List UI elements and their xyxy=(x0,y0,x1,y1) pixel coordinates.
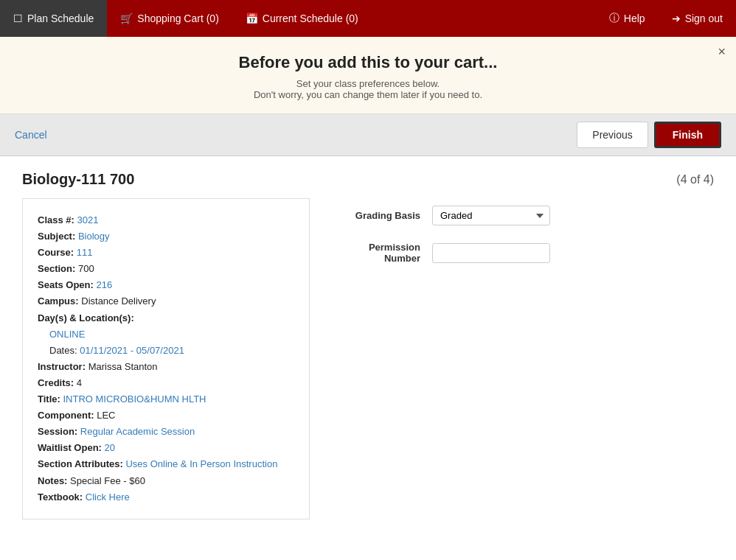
textbook-row: Textbook: Click Here xyxy=(38,489,294,505)
permission-number-label: Permission Number xyxy=(332,242,420,264)
class-number-value[interactable]: 3021 xyxy=(77,214,99,225)
signout-label: Sign out xyxy=(685,13,723,24)
class-title: Biology-111 700 xyxy=(22,171,134,188)
grading-basis-label: Grading Basis xyxy=(332,210,420,221)
content-row: Class #: 3021 Subject: Biology Course: 1… xyxy=(22,198,714,519)
section-row: Section: 700 xyxy=(38,261,294,277)
permission-number-input[interactable] xyxy=(432,243,550,263)
modal-title: Before you add this to your cart... xyxy=(15,53,721,72)
instructor-label: Instructor: xyxy=(38,361,86,372)
subject-row: Subject: Biology xyxy=(38,228,294,245)
class-number-row: Class #: 3021 xyxy=(38,212,294,228)
subject-label: Subject: xyxy=(38,231,75,242)
nav-right-group: ⓘ Help ➔ Sign out xyxy=(596,0,736,37)
class-detail-card: Class #: 3021 Subject: Biology Course: 1… xyxy=(22,198,310,519)
dates-value[interactable]: 01/11/2021 - 05/07/2021 xyxy=(80,345,184,356)
waitlist-label: Waitlist Open: xyxy=(38,442,102,453)
online-value[interactable]: ONLINE xyxy=(49,329,85,340)
top-navigation: ☐ Plan Schedule 🛒 Shopping Cart (0) 📅 Cu… xyxy=(0,0,736,37)
right-panel: Grading Basis Graded Pass/No Pass Audit … xyxy=(332,198,714,280)
modal-header: × Before you add this to your cart... Se… xyxy=(0,37,736,114)
current-schedule-label: Current Schedule (0) xyxy=(263,13,358,24)
grading-basis-row: Grading Basis Graded Pass/No Pass Audit xyxy=(332,206,714,225)
plan-schedule-icon: ☐ xyxy=(13,13,23,24)
dates-row: Dates: 01/11/2021 - 05/07/2021 xyxy=(38,343,294,359)
section-attr-label: Section Attributes: xyxy=(38,458,123,469)
signout-icon: ➔ xyxy=(672,13,681,24)
cancel-button[interactable]: Cancel xyxy=(15,129,47,141)
finish-button[interactable]: Finish xyxy=(654,122,721,148)
section-attr-value[interactable]: Uses Online & In Person Instruction xyxy=(125,458,277,469)
main-content: Biology-111 700 (4 of 4) Class #: 3021 S… xyxy=(0,156,736,534)
instructor-row: Instructor: Marissa Stanton xyxy=(38,359,294,375)
title-label: Title: xyxy=(38,393,60,405)
session-row: Session: Regular Academic Session xyxy=(38,424,294,440)
shopping-cart-nav[interactable]: 🛒 Shopping Cart (0) xyxy=(107,0,232,37)
shopping-cart-label: Shopping Cart (0) xyxy=(137,13,219,24)
plan-schedule-nav[interactable]: ☐ Plan Schedule xyxy=(0,0,107,37)
help-icon: ⓘ xyxy=(609,12,619,25)
signout-nav[interactable]: ➔ Sign out xyxy=(659,0,736,37)
session-value[interactable]: Regular Academic Session xyxy=(80,426,195,437)
close-button[interactable]: × xyxy=(718,44,726,60)
component-row: Component: LEC xyxy=(38,407,294,424)
help-nav[interactable]: ⓘ Help xyxy=(596,0,659,37)
waitlist-value[interactable]: 20 xyxy=(105,442,115,453)
subject-value[interactable]: Biology xyxy=(78,231,110,242)
credits-row: Credits: 4 xyxy=(38,375,294,391)
textbook-link[interactable]: Click Here xyxy=(86,491,130,503)
section-attr-row: Section Attributes: Uses Online & In Per… xyxy=(38,456,294,472)
button-group-right: Previous Finish xyxy=(577,122,721,148)
title-row: Title: INTRO MICROBIO&HUMN HLTH xyxy=(38,391,294,407)
previous-button[interactable]: Previous xyxy=(577,122,648,148)
class-header: Biology-111 700 (4 of 4) xyxy=(22,171,714,188)
online-row: ONLINE xyxy=(38,326,294,343)
session-label: Session: xyxy=(38,426,77,437)
seats-open-label: Seats Open: xyxy=(38,279,94,290)
action-bar: Cancel Previous Finish xyxy=(0,114,736,156)
credits-value: 4 xyxy=(77,377,82,388)
calendar-icon: 📅 xyxy=(246,13,258,24)
waitlist-row: Waitlist Open: 20 xyxy=(38,440,294,456)
days-location-row: Day(s) & Location(s): xyxy=(38,310,294,326)
modal-subtitle1: Set your class preferences below. xyxy=(15,78,721,89)
days-location-label: Day(s) & Location(s): xyxy=(38,312,134,323)
modal-subtitle2: Don't worry, you can change them later i… xyxy=(15,89,721,100)
textbook-label: Textbook: xyxy=(38,491,83,503)
component-value: LEC xyxy=(97,410,115,421)
class-counter: (4 of 4) xyxy=(676,173,714,186)
instructor-value: Marissa Stanton xyxy=(88,361,158,372)
campus-label: Campus: xyxy=(38,295,79,307)
notes-value: Special Fee - $60 xyxy=(70,475,145,486)
credits-label: Credits: xyxy=(38,377,74,388)
permission-number-row: Permission Number xyxy=(332,242,714,264)
seats-open-row: Seats Open: 216 xyxy=(38,277,294,293)
course-value[interactable]: 111 xyxy=(77,247,93,258)
course-label: Course: xyxy=(38,247,74,258)
section-value: 700 xyxy=(78,263,94,274)
seats-open-value[interactable]: 216 xyxy=(96,279,112,290)
plan-schedule-label: Plan Schedule xyxy=(27,13,94,24)
campus-row: Campus: Distance Delivery xyxy=(38,293,294,309)
title-value[interactable]: INTRO MICROBIO&HUMN HLTH xyxy=(63,393,206,405)
campus-value: Distance Delivery xyxy=(81,295,156,307)
class-number-label: Class #: xyxy=(38,214,74,225)
course-row: Course: 111 xyxy=(38,245,294,261)
notes-label: Notes: xyxy=(38,475,67,486)
component-label: Component: xyxy=(38,410,94,421)
shopping-cart-icon: 🛒 xyxy=(120,13,133,24)
current-schedule-nav[interactable]: 📅 Current Schedule (0) xyxy=(232,0,372,37)
notes-row: Notes: Special Fee - $60 xyxy=(38,473,294,489)
dates-label-text: Dates: xyxy=(49,345,80,356)
section-label: Section: xyxy=(38,263,75,274)
help-label: Help xyxy=(624,13,645,24)
grading-basis-select[interactable]: Graded Pass/No Pass Audit xyxy=(432,206,550,225)
